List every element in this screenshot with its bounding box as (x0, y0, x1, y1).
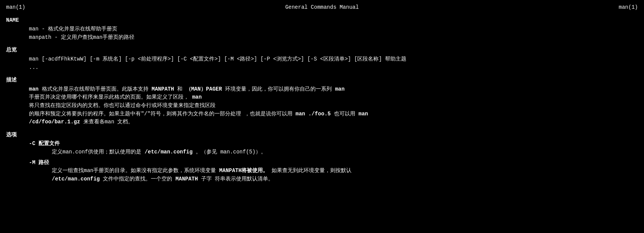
option-m-desc-1: 定义一组查找man手册页的目录。如果没有指定此参数，系统环境变量 MANPATH… (6, 167, 638, 175)
option-m-desc-2: /etc/man.config 文件中指定的查找。一个空的 MANPATH 子字… (6, 176, 638, 183)
desc-line-2: 手册页并决定使用哪个程序来显示此格式的页面。如果定义了区段， man (6, 94, 638, 101)
name-section: NAME man - 格式化并显示在线帮助手册页 manpath - 定义用户查… (6, 17, 638, 41)
name-title: NAME (6, 17, 638, 24)
synopsis-line-2: ... (6, 64, 638, 72)
options-title: 选项 (6, 131, 638, 139)
name-line-2: manpath - 定义用户查找man手册页的路径 (6, 34, 638, 41)
name-line-1: man - 格式化并显示在线帮助手册页 (6, 26, 638, 33)
synopsis-title: 总览 (6, 46, 638, 54)
header-center: General Commands Manual (285, 4, 359, 11)
option-c-desc: 定义man.conf供使用；默认使用的是 /etc/man.config 。（参… (6, 148, 638, 156)
header-left: man(1) (6, 4, 25, 11)
option-c-label: -C 配置文件 (6, 140, 638, 148)
desc-man-keyword: man (29, 86, 38, 92)
page-header: man(1) General Commands Manual man(1) (6, 4, 638, 11)
desc-line-1: man 格式化并显示在线帮助手册页面。此版本支持 MANPATH 和 （MAN）… (6, 86, 638, 93)
synopsis-section: 总览 man [-acdfFhkKtwW] [-m 系统名] [-p <前处理程… (6, 46, 638, 71)
desc-line-4: 的顺序和预定义将要执行的程序。如果主题中有"/"符号，则将其作为文件名的一部分处… (6, 110, 638, 118)
header-right: man(1) (619, 4, 638, 11)
synopsis-line-1: man [-acdfFhkKtwW] [-m 系统名] [-p <前处理程序>]… (6, 56, 638, 63)
desc-line-3: 将只查找在指定区段内的文档。你也可以通过命令行或环境变量来指定查找区段 (6, 102, 638, 110)
option-m-label: -M 路径 (6, 159, 638, 167)
options-section: 选项 -C 配置文件 定义man.conf供使用；默认使用的是 /etc/man… (6, 131, 638, 183)
description-section: 描述 man 格式化并显示在线帮助手册页面。此版本支持 MANPATH 和 （M… (6, 77, 638, 126)
desc-line-5: /cd/foo/bar.1.gz 来查看各man 文档。 (6, 118, 638, 126)
desc-line-1-text: 格式化并显示在线帮助手册页面。此版本支持 MANPATH 和 （MAN）PAGE… (42, 86, 345, 92)
description-title: 描述 (6, 77, 638, 84)
